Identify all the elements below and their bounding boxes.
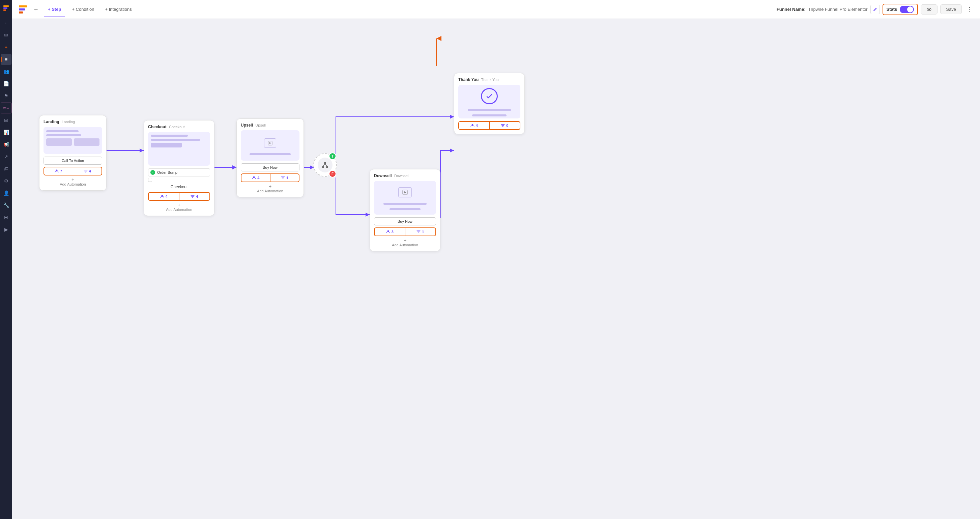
branch-icon [318,158,332,172]
checkout-visitors: 4 [149,193,180,200]
landing-preview [43,127,102,154]
flag-icon[interactable]: ⚑ [1,91,11,101]
downsell-stats-bar: 3 1 [374,227,436,236]
condition-tab[interactable]: + Condition [68,5,98,14]
downsell-visitors: 3 [375,228,406,236]
stats-toggle-container[interactable]: Stats [883,4,918,15]
grid-icon[interactable]: ⊞ [1,115,11,126]
stats-toggle-switch[interactable] [900,6,914,13]
thankyou-stats-bar: 4 0 [458,121,520,130]
upsell-filter: 1 [270,174,299,182]
apps-icon[interactable]: ⊞ [1,212,11,223]
svg-rect-2 [3,10,6,11]
stats-label: Stats [886,7,897,12]
branch-node[interactable]: T F [313,153,337,177]
checkout-action-label: Checkout [148,183,210,191]
wrench-icon[interactable]: 🔧 [1,200,11,211]
upsell-add-automation[interactable]: + Add Automation [241,184,299,193]
settings-icon[interactable]: ⚙ [1,176,11,186]
thankyou-preview [458,85,520,118]
false-badge: F [329,170,336,177]
order-bump-check-icon: ✓ [150,170,155,175]
thankyou-card[interactable]: Thank You Thank You 4 0 [454,73,525,134]
people-icon[interactable]: 👥 [1,66,11,77]
svg-rect-3 [19,5,27,7]
user-icon[interactable]: 👤 [1,188,11,198]
upsell-buynow-button[interactable]: Buy Now [241,163,299,171]
downsell-card[interactable]: Downsell Downsell Buy Now 3 1 + Add Auto… [370,169,441,251]
checkout-card-title: Checkout Checkout [148,125,210,129]
thankyou-visitors: 4 [459,122,490,129]
svg-line-17 [325,164,327,166]
thankyou-filter: 0 [490,122,520,129]
downsell-video-icon [398,187,412,197]
landing-card[interactable]: Landing Landing Call To Action 7 4 + Add [39,115,107,191]
downsell-card-title: Downsell Downsell [374,174,436,178]
edit-funnel-name-button[interactable] [870,5,880,14]
check-circle-icon [481,88,498,104]
funnel-name-label: Funnel Name: [776,7,806,12]
svg-rect-1 [3,7,8,9]
svg-rect-4 [19,8,25,10]
sidebar: ← ✉ ⌖ ≡ 👥 📄 ⚑ Woo ⊞ 📊 📢 ↗ 🏷 ⚙ 👤 🔧 ⊞ ▶ [0,0,12,519]
downsell-filter: 1 [406,228,436,236]
chart-icon[interactable]: 📊 [1,127,11,138]
topbar-logo [18,4,28,15]
order-bump-label: Order Bump [157,171,177,174]
upsell-video-icon [264,138,276,148]
checkout-add-automation[interactable]: + Add Automation [148,202,210,212]
landing-card-title: Landing Landing [43,120,102,124]
svg-line-16 [323,164,325,166]
checkout-preview [148,132,210,166]
thankyou-card-title: Thank You Thank You [458,77,520,82]
funnel-icon[interactable]: ≡ [1,54,11,65]
save-button[interactable]: Save [940,5,962,14]
checkout-card[interactable]: Checkout Checkout ✓ Order Bump Checkout … [144,120,215,216]
more-options-button[interactable]: ⋮ [964,5,975,14]
back-button[interactable]: ← [31,5,41,14]
checkout-stats-bar: 4 4 [148,192,210,201]
back-nav-icon[interactable]: ← [1,18,11,28]
downsell-buynow-button[interactable]: Buy Now [374,217,436,225]
true-badge: T [329,153,336,160]
landing-filter: 4 [73,168,102,175]
svg-point-13 [324,162,326,164]
sidebar-logo[interactable] [1,3,11,13]
step-tab[interactable]: + Step [44,5,65,14]
upsell-visitors: 4 [242,174,270,182]
upsell-stats-bar: 4 1 [241,174,299,182]
tag-icon[interactable]: 🏷 [1,163,11,174]
upsell-preview [241,130,299,161]
upsell-card[interactable]: Upsell Upsell Buy Now 4 1 + Add Automati… [236,118,304,197]
landing-stats-bar: 7 4 [43,167,102,176]
svg-rect-0 [3,5,9,7]
funnel-name-value: Tripwire Funnel Pro Elementor [808,7,868,12]
integrations-tab[interactable]: + Integrations [101,5,136,14]
topbar: ← + Step + Condition + Integrations Funn… [12,0,980,19]
landing-visitors: 7 [44,168,73,175]
canvas: Landing Landing Call To Action 7 4 + Add [12,19,980,519]
landing-add-automation[interactable]: + Add Automation [43,177,102,186]
downsell-preview [374,181,436,215]
checkout-filter: 4 [180,193,210,200]
downsell-add-automation[interactable]: + Add Automation [374,238,436,247]
funnel-name-section: Funnel Name: Tripwire Funnel Pro Element… [776,5,880,14]
svg-point-15 [326,166,328,168]
preview-button[interactable] [921,5,937,14]
landing-cta-button[interactable]: Call To Action [43,156,102,164]
cursor-icon[interactable]: ⌖ [1,42,11,53]
svg-point-14 [322,166,324,168]
play-icon[interactable]: ▶ [1,224,11,235]
woo-icon[interactable]: Woo [1,102,11,113]
speaker-icon[interactable]: 📢 [1,139,11,150]
svg-rect-5 [19,11,23,13]
svg-point-7 [928,9,930,10]
order-bump-row: ✓ Order Bump [148,168,210,176]
page-icon[interactable]: 📄 [1,78,11,89]
upsell-card-title: Upsell Upsell [241,123,299,128]
share-icon[interactable]: ↗ [1,151,11,162]
email-icon[interactable]: ✉ [1,30,11,40]
